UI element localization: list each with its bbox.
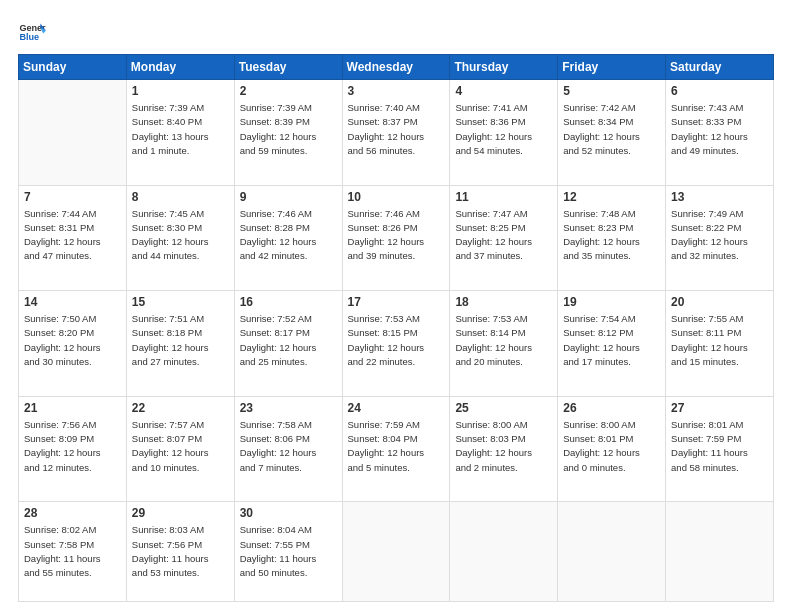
calendar-cell: 24Sunrise: 7:59 AMSunset: 8:04 PMDayligh… (342, 396, 450, 502)
calendar-cell: 9Sunrise: 7:46 AMSunset: 8:28 PMDaylight… (234, 185, 342, 291)
calendar-cell: 11Sunrise: 7:47 AMSunset: 8:25 PMDayligh… (450, 185, 558, 291)
day-number: 15 (132, 295, 229, 309)
calendar-cell: 30Sunrise: 8:04 AMSunset: 7:55 PMDayligh… (234, 502, 342, 602)
day-info: Sunrise: 7:52 AMSunset: 8:17 PMDaylight:… (240, 312, 337, 369)
day-info: Sunrise: 7:48 AMSunset: 8:23 PMDaylight:… (563, 207, 660, 264)
weekday-header-wednesday: Wednesday (342, 55, 450, 80)
day-number: 9 (240, 190, 337, 204)
calendar-cell: 1Sunrise: 7:39 AMSunset: 8:40 PMDaylight… (126, 80, 234, 186)
day-number: 3 (348, 84, 445, 98)
day-info: Sunrise: 7:57 AMSunset: 8:07 PMDaylight:… (132, 418, 229, 475)
day-number: 17 (348, 295, 445, 309)
day-info: Sunrise: 7:39 AMSunset: 8:39 PMDaylight:… (240, 101, 337, 158)
weekday-header-tuesday: Tuesday (234, 55, 342, 80)
day-number: 26 (563, 401, 660, 415)
day-number: 20 (671, 295, 768, 309)
weekday-header-monday: Monday (126, 55, 234, 80)
calendar-cell: 7Sunrise: 7:44 AMSunset: 8:31 PMDaylight… (19, 185, 127, 291)
day-info: Sunrise: 7:55 AMSunset: 8:11 PMDaylight:… (671, 312, 768, 369)
calendar-cell: 10Sunrise: 7:46 AMSunset: 8:26 PMDayligh… (342, 185, 450, 291)
calendar-cell: 13Sunrise: 7:49 AMSunset: 8:22 PMDayligh… (666, 185, 774, 291)
calendar-cell: 26Sunrise: 8:00 AMSunset: 8:01 PMDayligh… (558, 396, 666, 502)
day-number: 10 (348, 190, 445, 204)
weekday-header-friday: Friday (558, 55, 666, 80)
day-info: Sunrise: 8:00 AMSunset: 8:03 PMDaylight:… (455, 418, 552, 475)
day-info: Sunrise: 7:45 AMSunset: 8:30 PMDaylight:… (132, 207, 229, 264)
day-info: Sunrise: 7:47 AMSunset: 8:25 PMDaylight:… (455, 207, 552, 264)
day-number: 18 (455, 295, 552, 309)
calendar-cell: 17Sunrise: 7:53 AMSunset: 8:15 PMDayligh… (342, 291, 450, 397)
day-number: 7 (24, 190, 121, 204)
calendar-cell: 29Sunrise: 8:03 AMSunset: 7:56 PMDayligh… (126, 502, 234, 602)
calendar-cell: 20Sunrise: 7:55 AMSunset: 8:11 PMDayligh… (666, 291, 774, 397)
day-info: Sunrise: 7:43 AMSunset: 8:33 PMDaylight:… (671, 101, 768, 158)
calendar-cell: 16Sunrise: 7:52 AMSunset: 8:17 PMDayligh… (234, 291, 342, 397)
day-number: 12 (563, 190, 660, 204)
day-number: 29 (132, 506, 229, 520)
calendar-cell: 15Sunrise: 7:51 AMSunset: 8:18 PMDayligh… (126, 291, 234, 397)
day-info: Sunrise: 7:56 AMSunset: 8:09 PMDaylight:… (24, 418, 121, 475)
calendar-cell: 14Sunrise: 7:50 AMSunset: 8:20 PMDayligh… (19, 291, 127, 397)
day-info: Sunrise: 7:41 AMSunset: 8:36 PMDaylight:… (455, 101, 552, 158)
day-number: 19 (563, 295, 660, 309)
day-number: 14 (24, 295, 121, 309)
calendar-cell: 4Sunrise: 7:41 AMSunset: 8:36 PMDaylight… (450, 80, 558, 186)
calendar-cell: 23Sunrise: 7:58 AMSunset: 8:06 PMDayligh… (234, 396, 342, 502)
svg-text:Blue: Blue (19, 32, 39, 42)
day-number: 27 (671, 401, 768, 415)
day-info: Sunrise: 7:46 AMSunset: 8:26 PMDaylight:… (348, 207, 445, 264)
weekday-header-thursday: Thursday (450, 55, 558, 80)
calendar-cell: 28Sunrise: 8:02 AMSunset: 7:58 PMDayligh… (19, 502, 127, 602)
calendar: SundayMondayTuesdayWednesdayThursdayFrid… (18, 54, 774, 602)
day-info: Sunrise: 7:42 AMSunset: 8:34 PMDaylight:… (563, 101, 660, 158)
day-info: Sunrise: 8:01 AMSunset: 7:59 PMDaylight:… (671, 418, 768, 475)
day-info: Sunrise: 7:51 AMSunset: 8:18 PMDaylight:… (132, 312, 229, 369)
day-info: Sunrise: 7:53 AMSunset: 8:15 PMDaylight:… (348, 312, 445, 369)
header: General Blue (18, 18, 774, 46)
day-info: Sunrise: 8:04 AMSunset: 7:55 PMDaylight:… (240, 523, 337, 580)
day-number: 16 (240, 295, 337, 309)
calendar-cell: 27Sunrise: 8:01 AMSunset: 7:59 PMDayligh… (666, 396, 774, 502)
day-info: Sunrise: 7:58 AMSunset: 8:06 PMDaylight:… (240, 418, 337, 475)
day-info: Sunrise: 7:59 AMSunset: 8:04 PMDaylight:… (348, 418, 445, 475)
calendar-cell: 25Sunrise: 8:00 AMSunset: 8:03 PMDayligh… (450, 396, 558, 502)
day-number: 24 (348, 401, 445, 415)
calendar-cell: 5Sunrise: 7:42 AMSunset: 8:34 PMDaylight… (558, 80, 666, 186)
day-number: 13 (671, 190, 768, 204)
day-info: Sunrise: 7:50 AMSunset: 8:20 PMDaylight:… (24, 312, 121, 369)
day-info: Sunrise: 7:46 AMSunset: 8:28 PMDaylight:… (240, 207, 337, 264)
day-info: Sunrise: 7:49 AMSunset: 8:22 PMDaylight:… (671, 207, 768, 264)
calendar-cell: 8Sunrise: 7:45 AMSunset: 8:30 PMDaylight… (126, 185, 234, 291)
day-number: 11 (455, 190, 552, 204)
day-number: 23 (240, 401, 337, 415)
day-number: 25 (455, 401, 552, 415)
day-number: 2 (240, 84, 337, 98)
day-number: 28 (24, 506, 121, 520)
calendar-cell: 21Sunrise: 7:56 AMSunset: 8:09 PMDayligh… (19, 396, 127, 502)
day-info: Sunrise: 7:53 AMSunset: 8:14 PMDaylight:… (455, 312, 552, 369)
calendar-cell: 12Sunrise: 7:48 AMSunset: 8:23 PMDayligh… (558, 185, 666, 291)
day-info: Sunrise: 8:02 AMSunset: 7:58 PMDaylight:… (24, 523, 121, 580)
weekday-header-sunday: Sunday (19, 55, 127, 80)
day-info: Sunrise: 8:03 AMSunset: 7:56 PMDaylight:… (132, 523, 229, 580)
day-number: 4 (455, 84, 552, 98)
day-info: Sunrise: 7:39 AMSunset: 8:40 PMDaylight:… (132, 101, 229, 158)
day-info: Sunrise: 7:40 AMSunset: 8:37 PMDaylight:… (348, 101, 445, 158)
calendar-cell: 2Sunrise: 7:39 AMSunset: 8:39 PMDaylight… (234, 80, 342, 186)
calendar-cell (666, 502, 774, 602)
calendar-cell (558, 502, 666, 602)
calendar-cell (19, 80, 127, 186)
day-number: 6 (671, 84, 768, 98)
day-number: 21 (24, 401, 121, 415)
day-number: 30 (240, 506, 337, 520)
weekday-header-saturday: Saturday (666, 55, 774, 80)
day-number: 22 (132, 401, 229, 415)
day-info: Sunrise: 7:44 AMSunset: 8:31 PMDaylight:… (24, 207, 121, 264)
calendar-cell: 3Sunrise: 7:40 AMSunset: 8:37 PMDaylight… (342, 80, 450, 186)
day-number: 8 (132, 190, 229, 204)
day-info: Sunrise: 8:00 AMSunset: 8:01 PMDaylight:… (563, 418, 660, 475)
calendar-cell (342, 502, 450, 602)
calendar-cell (450, 502, 558, 602)
day-info: Sunrise: 7:54 AMSunset: 8:12 PMDaylight:… (563, 312, 660, 369)
calendar-cell: 22Sunrise: 7:57 AMSunset: 8:07 PMDayligh… (126, 396, 234, 502)
